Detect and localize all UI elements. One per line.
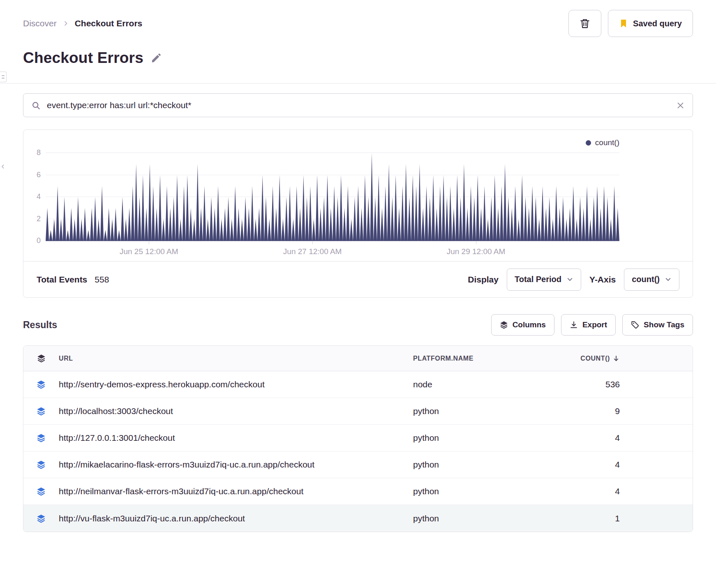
trash-icon — [580, 18, 590, 29]
stack-icon[interactable] — [37, 460, 46, 469]
chevron-right-icon — [62, 20, 69, 27]
legend-dot-icon — [586, 140, 591, 146]
chevron-down-icon — [665, 276, 672, 283]
x-axis-tick-label: Jun 25 12:00 AM — [120, 247, 178, 256]
table-row[interactable]: http://127.0.0.1:3001/checkout python 4 — [23, 425, 693, 451]
columns-button[interactable]: Columns — [491, 314, 554, 336]
results-header: Results Columns Export — [23, 314, 693, 336]
chart-footer: Total Events 558 Display Total Period Y-… — [23, 261, 693, 297]
total-events: Total Events 558 — [37, 275, 109, 285]
table-row[interactable]: http://mikaelacarino-flask-errors-m3uuiz… — [23, 451, 693, 478]
row-url[interactable]: http://mikaelacarino-flask-errors-m3uuiz… — [59, 460, 413, 470]
breadcrumb-discover-link[interactable]: Discover — [23, 19, 57, 28]
x-axis-labels: Jun 25 12:00 AMJun 27 12:00 AMJun 29 12:… — [46, 241, 619, 261]
table-row[interactable]: http://sentry-demos-express.herokuapp.co… — [23, 371, 693, 398]
yaxis-select[interactable]: count() — [624, 269, 679, 291]
columns-button-label: Columns — [513, 320, 546, 329]
stack-icon[interactable] — [37, 433, 46, 442]
row-url[interactable]: http://sentry-demos-express.herokuapp.co… — [59, 380, 413, 389]
count-series-area — [46, 153, 619, 241]
row-platform: python — [413, 460, 573, 470]
legend-label: count() — [595, 138, 619, 147]
row-platform: python — [413, 406, 573, 416]
search-input[interactable] — [47, 100, 670, 110]
saved-query-label: Saved query — [633, 19, 682, 28]
edit-title-icon[interactable] — [151, 53, 161, 63]
x-axis-tick-label: Jun 27 12:00 AM — [283, 247, 342, 256]
area-chart[interactable]: 02468 — [46, 153, 619, 241]
delete-query-button[interactable] — [568, 10, 601, 37]
export-button-label: Export — [582, 320, 607, 329]
row-count: 4 — [573, 433, 693, 443]
results-heading: Results — [23, 319, 57, 331]
display-label: Display — [468, 275, 499, 285]
x-axis-tick-label: Jun 29 12:00 AM — [447, 247, 506, 256]
search-bar[interactable] — [23, 93, 693, 117]
column-header-platform[interactable]: PLATFORM.NAME — [413, 355, 573, 362]
chart-legend[interactable]: count() — [586, 138, 619, 147]
y-axis-tick-label: 8 — [27, 148, 41, 157]
stack-icon[interactable] — [37, 487, 46, 496]
download-icon — [570, 321, 578, 329]
page-header: Discover Checkout Errors Saved query — [0, 0, 716, 83]
row-count: 9 — [573, 406, 693, 416]
clear-search-icon[interactable] — [677, 102, 684, 109]
yaxis-select-value: count() — [632, 275, 660, 284]
y-axis-tick-label: 4 — [27, 192, 41, 201]
chart-wrap: 02468 Jun 25 12:00 AMJun 27 12:00 AMJun … — [46, 153, 619, 261]
results-table: URL PLATFORM.NAME COUNT() http://sentry-… — [23, 345, 693, 532]
stack-column-icon[interactable] — [23, 354, 59, 363]
y-axis-tick-label: 6 — [27, 171, 41, 179]
table-row[interactable]: http://neilmanvar-flask-errors-m3uuizd7i… — [23, 478, 693, 505]
show-tags-button-label: Show Tags — [644, 320, 684, 329]
row-platform: python — [413, 433, 573, 443]
count-header-label: COUNT() — [580, 355, 610, 362]
yaxis-label: Y-Axis — [589, 275, 616, 285]
column-header-url[interactable]: URL — [59, 355, 413, 362]
table-row[interactable]: http://localhost:3003/checkout python 9 — [23, 398, 693, 425]
header-actions: Saved query — [568, 10, 693, 37]
discover-saved-query-page: Discover Checkout Errors Saved query — [0, 0, 716, 532]
row-count: 4 — [573, 460, 693, 470]
saved-query-button[interactable]: Saved query — [608, 10, 693, 37]
row-platform: python — [413, 514, 573, 523]
row-url[interactable]: http://localhost:3003/checkout — [59, 406, 413, 416]
y-axis-tick-label: 0 — [27, 236, 41, 245]
row-count: 4 — [573, 486, 693, 496]
stack-icon[interactable] — [37, 514, 46, 523]
row-url[interactable]: http://vu-flask-m3uuizd7iq-uc.a.run.app/… — [59, 514, 413, 523]
sort-desc-icon — [612, 355, 620, 362]
breadcrumb: Discover Checkout Errors — [23, 19, 142, 28]
row-count: 536 — [573, 380, 693, 389]
main-content: count() 02468 Jun 25 12:00 AMJun 27 12:0… — [0, 83, 716, 532]
panel-resize-handle[interactable] — [0, 160, 6, 174]
row-platform: node — [413, 380, 573, 389]
column-header-count[interactable]: COUNT() — [573, 355, 693, 362]
row-platform: python — [413, 486, 573, 496]
show-tags-button[interactable]: Show Tags — [622, 314, 693, 336]
search-icon — [32, 101, 40, 110]
export-button[interactable]: Export — [561, 314, 616, 336]
chevron-down-icon — [566, 276, 573, 283]
table-header-row: URL PLATFORM.NAME COUNT() — [23, 346, 693, 371]
tag-icon — [631, 321, 639, 329]
stack-icon[interactable] — [37, 380, 46, 389]
total-events-label: Total Events — [37, 275, 87, 285]
page-title: Checkout Errors — [23, 49, 143, 67]
chart-panel: count() 02468 Jun 25 12:00 AMJun 27 12:0… — [23, 130, 693, 298]
display-select[interactable]: Total Period — [507, 269, 581, 291]
row-url[interactable]: http://127.0.0.1:3001/checkout — [59, 433, 413, 443]
stack-icon[interactable] — [37, 407, 46, 416]
layers-icon — [500, 321, 508, 329]
chart-controls: Display Total Period Y-Axis count() — [468, 269, 679, 291]
bookmark-icon — [619, 19, 628, 28]
table-row[interactable]: http://vu-flask-m3uuizd7iq-uc.a.run.app/… — [23, 505, 693, 532]
y-axis-tick-label: 2 — [27, 215, 41, 223]
total-events-value: 558 — [95, 275, 109, 285]
row-url[interactable]: http://neilmanvar-flask-errors-m3uuizd7i… — [59, 486, 413, 496]
row-count: 1 — [573, 514, 693, 523]
results-actions: Columns Export Show Tags — [491, 314, 693, 336]
breadcrumb-current: Checkout Errors — [75, 19, 143, 28]
sidebar-collapse-tab[interactable] — [0, 72, 7, 82]
display-select-value: Total Period — [515, 275, 561, 284]
